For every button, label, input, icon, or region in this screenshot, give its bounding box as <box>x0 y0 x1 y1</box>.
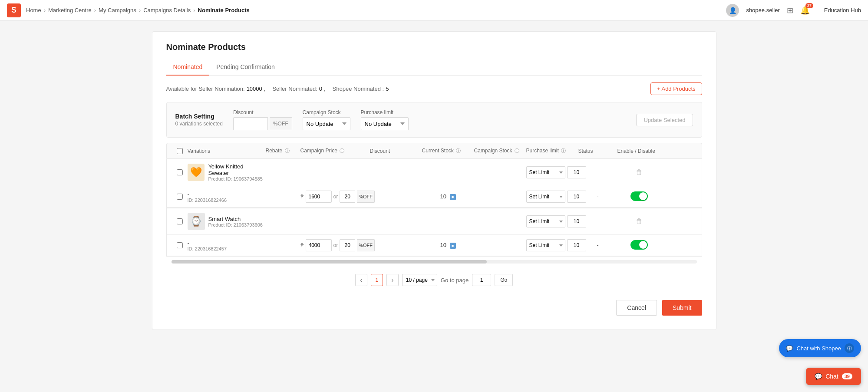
campaign-stock-info-icon[interactable]: ⓘ <box>515 148 519 153</box>
page-1-button[interactable]: 1 <box>371 274 383 286</box>
product-block-2: ⌚ Smart Watch Product ID: 21063793606 Se… <box>166 208 702 257</box>
batch-subtitle: 0 variations selected <box>175 121 223 127</box>
batch-discount-suffix: %OFF <box>270 117 292 130</box>
product-2-variation-name: - ID: 220316822457 <box>188 240 266 251</box>
product-1-thumbnail: 🧡 <box>188 164 205 181</box>
batch-campaign-stock-field: Campaign Stock No Update Set Limit <box>303 109 350 130</box>
scroll-bar[interactable] <box>172 260 697 264</box>
th-campaign-stock: Campaign Stock ⓘ <box>474 148 526 154</box>
add-products-button[interactable]: + Add Products <box>650 82 702 95</box>
product-1-var-checkbox[interactable] <box>177 194 183 200</box>
seller-nominated-value: 0 <box>319 86 322 92</box>
product-header-row-1: 🧡 Yellow Knitted Sweater Product ID: 190… <box>167 159 702 186</box>
product-2-var-limit: Set Limit No Limit <box>526 239 578 251</box>
batch-purchase-limit-select[interactable]: No Update Set Limit <box>361 117 409 130</box>
bell-badge: 37 <box>805 3 813 8</box>
batch-title: Batch Setting <box>175 113 223 120</box>
product-2-limit-input[interactable] <box>567 215 586 227</box>
batch-setting: Batch Setting 0 variations selected Disc… <box>166 102 702 138</box>
grid-icon[interactable]: ⊞ <box>787 6 793 15</box>
select-all-cell[interactable] <box>172 148 188 154</box>
shopee-nominated-label: Shopee Nominated : <box>333 86 384 92</box>
batch-purchase-limit-input-group: No Update Set Limit <box>361 117 409 130</box>
product-2-var-checkbox[interactable] <box>177 242 183 248</box>
goto-button[interactable]: Go <box>495 274 513 286</box>
th-status: Status <box>578 148 617 154</box>
product-2-delete-icon[interactable]: 🗑 <box>636 217 643 225</box>
th-rebate: Rebate ⓘ <box>266 148 300 154</box>
breadcrumb-home[interactable]: Home <box>26 7 41 13</box>
product-1-name: Yellow Knitted Sweater <box>208 163 265 176</box>
update-selected-button[interactable]: Update Selected <box>636 114 693 126</box>
stats-row: Available for Seller Nomination: 10000 ,… <box>166 82 702 95</box>
rebate-info-icon[interactable]: ⓘ <box>285 148 290 153</box>
next-page-button[interactable]: › <box>386 274 399 286</box>
product-1-variation-row: - ID: 220316822466 ₱ or %OFF 10 ■ <box>167 186 702 208</box>
batch-campaign-stock-label: Campaign Stock <box>303 109 350 115</box>
select-all-checkbox[interactable] <box>177 148 183 154</box>
product-2-stock-icon[interactable]: ■ <box>450 243 456 249</box>
product-2-checkbox[interactable] <box>177 218 183 224</box>
submit-button[interactable]: Submit <box>662 300 702 316</box>
product-1-toggle[interactable] <box>630 191 648 201</box>
product-1-status: - <box>578 194 617 200</box>
main-content: Nominate Products Nominated Pending Conf… <box>152 31 716 330</box>
batch-discount-label: Discount <box>233 109 292 115</box>
product-1-stock-icon[interactable]: ■ <box>450 194 456 200</box>
batch-discount-input[interactable] <box>233 117 268 130</box>
current-stock-info-icon[interactable]: ⓘ <box>456 148 461 153</box>
product-1-checkbox-cell[interactable] <box>172 169 188 175</box>
available-value: 10000 <box>247 86 262 92</box>
tab-pending-confirmation[interactable]: Pending Confirmation <box>209 59 282 76</box>
shopee-logo: S <box>7 3 21 17</box>
scroll-thumb[interactable] <box>172 260 487 264</box>
product-1-limit-select[interactable]: Set Limit No Limit <box>526 166 565 178</box>
product-1-limit-input[interactable] <box>567 166 586 178</box>
product-2-price-input[interactable] <box>306 239 332 251</box>
product-2-var-limit-select[interactable]: Set Limit No Limit <box>526 239 565 251</box>
nav-right: 👤 shopee.seller ⊞ 🔔 37 Education Hub <box>726 4 861 17</box>
cancel-button[interactable]: Cancel <box>616 300 657 316</box>
product-1-var-limit-select[interactable]: Set Limit No Limit <box>526 191 565 203</box>
breadcrumb-campaigns[interactable]: My Campaigns <box>99 7 136 13</box>
product-1-delete-icon[interactable]: 🗑 <box>636 168 643 176</box>
batch-campaign-stock-input-group: No Update Set Limit <box>303 117 350 130</box>
goto-input[interactable] <box>472 274 491 286</box>
prev-page-button[interactable]: ‹ <box>355 274 367 286</box>
breadcrumb-details[interactable]: Campaigns Details <box>143 7 191 13</box>
breadcrumb-current: Nominate Products <box>198 7 250 13</box>
top-nav: S Home › Marketing Centre › My Campaigns… <box>0 0 868 21</box>
chat-with-shopee-button[interactable]: 💬 Chat with Shopee ⓘ <box>779 339 861 340</box>
product-2-price-field: ₱ or %OFF <box>300 239 370 251</box>
available-label: Available for Seller Nomination: <box>166 86 245 92</box>
th-campaign-price: Campaign Price ⓘ <box>300 148 370 154</box>
product-1-info: 🧡 Yellow Knitted Sweater Product ID: 190… <box>188 163 266 181</box>
product-1-pct-input[interactable] <box>340 191 355 203</box>
product-1-variation-name: - ID: 220316822466 <box>188 191 266 203</box>
product-2-status: - <box>578 242 617 248</box>
th-enable-disable: Enable / Disable <box>617 148 661 154</box>
tab-nominated[interactable]: Nominated <box>166 59 210 76</box>
avatar: 👤 <box>726 4 739 17</box>
product-1-price-input[interactable] <box>306 191 332 203</box>
product-2-limit-select[interactable]: Set Limit No Limit <box>526 215 565 227</box>
seller-nominated-label: Seller Nominated: <box>272 86 317 92</box>
per-page-select[interactable]: 10 / page 20 / page 50 / page <box>402 274 437 286</box>
breadcrumb-marketing[interactable]: Marketing Centre <box>48 7 92 13</box>
pagination: ‹ 1 › 10 / page 20 / page 50 / page Go t… <box>166 267 702 293</box>
notification-bell[interactable]: 🔔 37 <box>800 6 810 15</box>
campaign-price-info-icon[interactable]: ⓘ <box>340 148 344 153</box>
product-2-pct-input[interactable] <box>340 239 355 251</box>
education-hub-link[interactable]: Education Hub <box>817 7 861 13</box>
product-2-toggle[interactable] <box>630 240 648 250</box>
product-1-checkbox[interactable] <box>177 169 183 175</box>
purchase-limit-info-icon[interactable]: ⓘ <box>561 148 566 153</box>
product-1-var-limit: Set Limit No Limit <box>526 191 578 203</box>
product-2-thumbnail: ⌚ <box>188 213 205 230</box>
product-header-row-2: ⌚ Smart Watch Product ID: 21063793606 Se… <box>167 208 702 235</box>
product-1-price-field: ₱ or %OFF <box>300 191 370 203</box>
goto-label: Go to page <box>441 277 469 283</box>
available-stat: Available for Seller Nomination: 10000 , <box>166 86 266 92</box>
th-variations: Variations <box>188 148 266 154</box>
batch-campaign-stock-select[interactable]: No Update Set Limit <box>303 117 350 130</box>
